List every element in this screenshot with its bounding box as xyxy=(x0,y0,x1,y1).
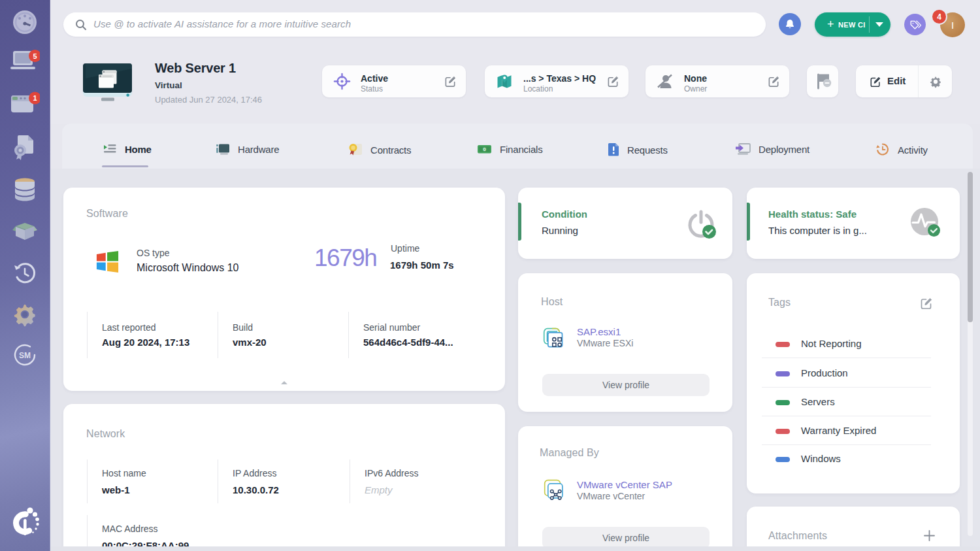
svg-text:SM: SM xyxy=(19,351,31,360)
svg-text:5: 5 xyxy=(33,52,37,60)
svg-text:1: 1 xyxy=(33,94,37,102)
svg-text:0: 0 xyxy=(483,146,486,152)
